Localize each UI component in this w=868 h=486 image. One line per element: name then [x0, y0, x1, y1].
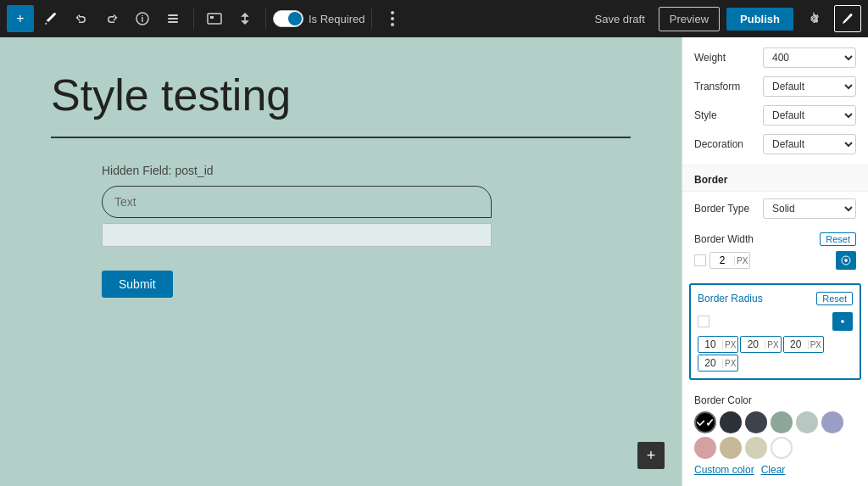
svg-rect-3: [168, 18, 178, 20]
border-width-link-button[interactable]: [836, 251, 856, 270]
toggle-switch[interactable]: [273, 10, 303, 27]
border-radius-bl-input[interactable]: [698, 355, 722, 371]
border-type-label: Border Type: [694, 203, 749, 215]
svg-text:i: i: [142, 14, 144, 24]
transform-label: Transform: [694, 81, 740, 92]
add-block-button[interactable]: +: [7, 5, 34, 32]
border-width-checkbox[interactable]: [694, 254, 706, 266]
style-select[interactable]: Default: [763, 105, 856, 126]
svg-point-8: [391, 17, 394, 20]
border-radius-bl-unit: PX: [722, 359, 737, 368]
required-toggle[interactable]: Is Required: [273, 10, 364, 27]
svg-rect-2: [168, 14, 178, 16]
style-row: Style Default: [694, 105, 856, 126]
svg-rect-5: [208, 14, 221, 24]
more-options-button[interactable]: [379, 5, 406, 32]
border-radius-top-row: [698, 312, 853, 331]
display-button[interactable]: [201, 5, 228, 32]
border-radius-tr-group: PX: [740, 336, 781, 353]
color-swatch-5[interactable]: [821, 411, 843, 433]
save-draft-button[interactable]: Save draft: [588, 8, 652, 31]
info-button[interactable]: i: [129, 5, 156, 32]
weight-select[interactable]: 400: [763, 47, 856, 68]
border-radius-link-button[interactable]: [832, 312, 853, 331]
form-section: Submit: [102, 186, 631, 298]
separator-1: [193, 8, 194, 29]
arrows-button[interactable]: [231, 5, 259, 32]
border-radius-label: Border Radius: [698, 293, 763, 304]
color-swatch-8[interactable]: [745, 437, 767, 459]
border-radius-header: Border Radius Reset: [698, 292, 853, 305]
submit-button[interactable]: Submit: [102, 271, 173, 298]
clear-color-button[interactable]: Clear: [761, 464, 786, 476]
decoration-label: Decoration: [694, 138, 743, 150]
divider: [51, 137, 631, 138]
svg-rect-6: [210, 16, 214, 19]
settings-button[interactable]: [800, 5, 827, 32]
border-width-label: Border Width: [694, 233, 754, 245]
decoration-row: Decoration Default: [694, 134, 856, 154]
redo-button[interactable]: [98, 5, 125, 32]
border-width-section: Border Width Reset PX: [682, 226, 868, 277]
decoration-select[interactable]: Default: [763, 134, 856, 154]
add-block-floating-button[interactable]: +: [637, 442, 665, 469]
separator-3: [371, 8, 372, 29]
color-swatch-2[interactable]: [745, 411, 767, 433]
color-swatch-6[interactable]: [694, 437, 716, 459]
svg-rect-4: [168, 21, 178, 23]
list-button[interactable]: [159, 5, 186, 32]
toolbar: + i Is Required: [0, 0, 868, 37]
color-swatch-4[interactable]: [796, 411, 818, 433]
border-radius-br-unit: PX: [808, 340, 823, 349]
border-radius-bl-group: PX: [698, 355, 738, 371]
text-sub-input[interactable]: [102, 223, 492, 247]
hidden-field-label: Hidden Field: post_id: [102, 164, 631, 177]
publish-button[interactable]: Publish: [726, 8, 793, 31]
main-content: Style testing Hidden Field: post_id Subm…: [0, 37, 868, 486]
weight-label: Weight: [694, 52, 726, 64]
brush-button[interactable]: [37, 5, 64, 32]
border-radius-inputs: PX PX PX PX: [698, 336, 853, 371]
transform-select[interactable]: Default: [763, 76, 856, 97]
border-radius-tr-input[interactable]: [741, 337, 765, 352]
border-width-unit: PX: [734, 256, 749, 265]
border-width-input[interactable]: [710, 253, 734, 268]
style-label: Style: [694, 109, 717, 121]
weight-row: Weight 400: [694, 47, 856, 68]
toggle-label: Is Required: [309, 13, 364, 25]
border-color-section: Border Color Custom color Clear: [682, 387, 868, 483]
border-color-label: Border Color: [694, 394, 752, 406]
border-radius-section: Border Radius Reset PX PX: [689, 283, 861, 380]
border-width-reset-button[interactable]: Reset: [820, 232, 856, 246]
svg-point-9: [391, 23, 394, 26]
color-links: Custom color Clear: [694, 464, 856, 476]
color-swatch-9[interactable]: [771, 437, 793, 459]
color-swatch-7[interactable]: [720, 437, 742, 459]
text-input[interactable]: [102, 186, 492, 218]
color-swatch-0[interactable]: [694, 411, 716, 433]
color-swatch-1[interactable]: [720, 411, 742, 433]
toggle-knob: [288, 12, 302, 25]
border-width-controls: PX: [694, 251, 856, 270]
toolbar-left: + i Is Required: [7, 5, 585, 32]
border-type-row: Border Type Solid: [682, 192, 868, 226]
border-radius-tl-unit: PX: [722, 340, 737, 349]
transform-row: Transform Default: [694, 76, 856, 97]
color-swatch-3[interactable]: [771, 411, 793, 433]
toolbar-right: Save draft Preview Publish: [588, 5, 861, 32]
preview-button[interactable]: Preview: [659, 7, 720, 31]
border-radius-br-group: PX: [783, 336, 824, 353]
border-radius-tl-group: PX: [698, 336, 738, 353]
border-radius-checkbox[interactable]: [698, 316, 709, 327]
border-radius-br-input[interactable]: [784, 337, 808, 352]
border-type-select[interactable]: Solid: [763, 198, 856, 219]
border-radius-tl-input[interactable]: [698, 337, 722, 352]
undo-button[interactable]: [68, 5, 95, 32]
border-radius-reset-button[interactable]: Reset: [816, 292, 853, 305]
right-panel: Weight 400 Transform Default Style Defau…: [682, 37, 868, 486]
text-input-wrapper: [102, 186, 631, 247]
border-heading: Border: [682, 165, 868, 192]
editor-mode-button[interactable]: [834, 5, 861, 32]
border-width-input-group: PX: [709, 252, 750, 269]
custom-color-button[interactable]: Custom color: [694, 464, 754, 476]
